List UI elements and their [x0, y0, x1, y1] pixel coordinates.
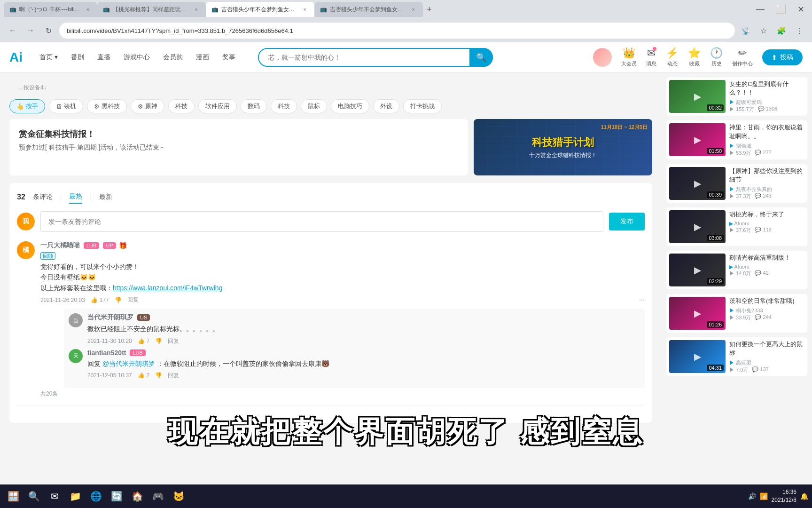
banner-image[interactable]: 11月18日 ~ 12月5日 科技猎手计划 十万赏金全球猎科技情报！ — [474, 119, 652, 175]
close-btn[interactable]: ✕ — [794, 4, 808, 15]
sidebar-video-6[interactable]: ▶ 01:26 茨和空的日常(非常甜哦) ▶ 桐小兔2333 ▶ 33.9万 💬… — [666, 294, 807, 333]
play-icon-3: ▶ — [694, 178, 701, 189]
reply-2-at[interactable]: @当代米开朗琪罗 — [102, 360, 155, 367]
main-content: ...按设备4↓ 👆 按手 🖥 装机 ⚙ 黑科技 ⚙ 原神 科技 — [0, 72, 662, 508]
reply-1-reply-btn[interactable]: 回复 — [168, 337, 179, 345]
tab-hot[interactable]: 最热 — [69, 190, 82, 204]
comment-submit-button[interactable]: 发布 — [609, 213, 645, 230]
tab-4-close[interactable]: × — [410, 6, 417, 13]
nav-home[interactable]: 首页 ▾ — [34, 50, 63, 64]
tab-2[interactable]: 📺 【桃光标推荐】同样差距玩光%... × — [97, 2, 206, 17]
reply-2-like[interactable]: 👍 2 — [138, 372, 150, 379]
browser-chrome: 📺 啊（'-')つロ 干杯~--bili... × 📺 【桃光标推荐】同样差距玩… — [0, 0, 812, 42]
nav-shop[interactable]: 会员购 — [157, 50, 188, 64]
upload-button[interactable]: ⬆ 投稿 — [762, 49, 803, 65]
tab-4[interactable]: 📺 吉否猎头少年不会梦到鱼女郎学... × — [314, 2, 423, 17]
nav-misc[interactable]: 奖事 — [217, 50, 241, 64]
sidebar-video-3[interactable]: ▶ 00:39 【原神】那些你没注意到的细节 ▶ 熬夜不秃头真面 ▶ 37.3万… — [666, 164, 807, 203]
tab-new[interactable]: 最新 — [99, 191, 112, 203]
vip-icon[interactable]: 👑 大会员 — [621, 47, 637, 67]
comment-1-dislike[interactable]: 👎 — [115, 297, 122, 303]
restore-btn[interactable]: ⬜ — [772, 4, 790, 15]
taskbar-clock[interactable]: 16:36 2021/12/8 — [772, 488, 796, 504]
history-icon[interactable]: 🕐 历史 — [710, 47, 723, 67]
reply-1-like[interactable]: 👍 7 — [138, 338, 150, 344]
tag-waishe[interactable]: 外设 — [373, 99, 399, 113]
tag-zhuangji[interactable]: 🖥 装机 — [49, 99, 83, 113]
comment-1-like[interactable]: 👍 177 — [91, 297, 109, 303]
tab-3-close[interactable]: × — [301, 6, 309, 13]
dynamic-icon[interactable]: ⚡ 动态 — [666, 47, 679, 67]
menu-icon[interactable]: ⋮ — [792, 24, 806, 38]
tag-shubiao[interactable]: 鼠标 — [301, 99, 327, 113]
comment-input[interactable] — [40, 211, 603, 232]
comment-1-reply[interactable]: 回复 — [127, 296, 139, 304]
nav-game[interactable]: 游戏中心 — [118, 50, 156, 64]
reply-2-text: 回复 @当代米开朗琪罗 ：在微软阻止的时候，一个叫盖茨的家伙偷偷拿回去康康🐻 — [87, 358, 329, 369]
new-tab-button[interactable]: + — [423, 3, 436, 16]
start-button[interactable]: 🪟 — [4, 487, 23, 506]
minimize-btn[interactable]: — — [752, 4, 768, 15]
reply-2-dislike[interactable]: 👎 — [155, 372, 162, 379]
tag-keji2[interactable]: 科技 — [271, 99, 297, 113]
taskbar-mail[interactable]: ✉ — [45, 487, 64, 506]
user-avatar[interactable] — [593, 48, 612, 67]
search-input[interactable] — [258, 48, 493, 67]
comment-1-link[interactable]: https://wwa.lanzoui.com/iF4wTwrwihg — [113, 284, 222, 292]
sidebar-video-1[interactable]: ▶ 00:32 女生的C盘里到底有什么？！！ ▶ 超级可爱鸡 ▶ 155.7万 … — [666, 77, 807, 116]
sidebar-video-5[interactable]: ▶ 02:29 刻晴光标高清重制版！ ▶ Afuoru ▶ 14.8万 💬 42 — [666, 251, 807, 289]
forward-button[interactable]: → — [23, 24, 38, 38]
tab-1[interactable]: 📺 啊（'-')つロ 干杯~--bili... × — [4, 2, 97, 17]
tab-2-close[interactable]: × — [193, 6, 200, 13]
comment-1-more[interactable]: ⋯ — [639, 297, 645, 303]
taskbar-app3[interactable]: 🐱 — [169, 487, 188, 506]
message-icon[interactable]: ✉ 消息 — [646, 47, 656, 67]
system-icon-2[interactable]: 📶 — [760, 492, 768, 500]
sidebar-video-4[interactable]: ▶ 03:08 胡桃光标，终于来了 ▶ Afuoru ▶ 37.6万 💬 119 — [666, 207, 807, 246]
search-button[interactable]: 🔍 — [469, 48, 493, 67]
favorites-icon[interactable]: ⭐ 收藏 — [688, 47, 701, 67]
address-input[interactable] — [59, 23, 735, 39]
sidebar-title-5: 刻晴光标高清重制版！ — [729, 254, 804, 262]
nav-live[interactable]: 直播 — [92, 50, 116, 64]
sidebar-info-5: 刻晴光标高清重制版！ ▶ Afuoru ▶ 14.8万 💬 42 — [729, 254, 804, 286]
tag-heikj[interactable]: ⚙ 黑科技 — [87, 99, 127, 113]
back-button[interactable]: ← — [6, 24, 20, 38]
notification-center-icon[interactable]: 🔔 — [800, 492, 808, 500]
bookmark-icon[interactable]: ☆ — [757, 24, 771, 38]
tab-1-close[interactable]: × — [84, 6, 92, 13]
tag-shuma[interactable]: 数码 — [241, 99, 267, 113]
sidebar-video-7[interactable]: ▶ 04:31 如何更换一个更高大上的鼠标 ▶ 高玩梁 ▶ 7.0万 💬 137 — [666, 337, 807, 376]
tab-3[interactable]: 📺 吉否猎头少年不会梦到鱼女郎学... × — [206, 2, 314, 17]
reply-2: 天 tiantian520tt LUB 回复 @当代米开朗琪罗 ：在微软阻止的时… — [69, 349, 640, 380]
reply-1-username[interactable]: 当代米开朗琪罗 — [87, 313, 133, 322]
taskbar-browser[interactable]: 🌐 — [86, 487, 105, 506]
tag-diannao[interactable]: 电脑技巧 — [331, 99, 369, 113]
system-icon-1[interactable]: 🔊 — [748, 492, 756, 500]
tag-daka[interactable]: 打卡挑战 — [403, 99, 442, 113]
sidebar-video-2[interactable]: ▶ 01:50 神里：甘雨，你的衣服说着耻啊哟。。 ▶ 别偷域 ▶ 53.9万 … — [666, 120, 807, 159]
cast-icon[interactable]: 📡 — [739, 24, 753, 38]
comment-1-username[interactable]: 一只大橘喵喵 — [40, 241, 80, 250]
nav-manga[interactable]: 漫画 — [190, 50, 215, 64]
taskbar-app1[interactable]: 🏠 — [128, 487, 147, 506]
reply-2-username[interactable]: tiantian520tt — [87, 349, 126, 357]
tag-yuanshen[interactable]: ⚙ 原神 — [131, 99, 164, 113]
taskbar-app2[interactable]: 🎮 — [148, 487, 167, 506]
tag-shoupa[interactable]: 👆 按手 — [9, 99, 45, 113]
extensions-icon[interactable]: 🧩 — [774, 24, 789, 38]
sidebar: ▶ 00:32 女生的C盘里到底有什么？！！ ▶ 超级可爱鸡 ▶ 155.7万 … — [662, 72, 812, 508]
comment-count: 32 — [17, 193, 25, 201]
sub-comments-total[interactable]: 共20条 — [40, 390, 645, 398]
reply-2-reply-btn[interactable]: 回复 — [168, 372, 179, 380]
reload-button[interactable]: ↻ — [41, 24, 55, 38]
nav-anime[interactable]: 番剧 — [65, 50, 90, 64]
reply-1-dislike[interactable]: 👎 — [155, 338, 162, 344]
creator-center-icon[interactable]: ✏ 创作中心 — [732, 47, 753, 67]
tag-ruanjian[interactable]: 软件应用 — [198, 99, 237, 113]
taskbar-refresh[interactable]: 🔄 — [107, 487, 126, 506]
tag-keji1[interactable]: 科技 — [168, 99, 195, 113]
bilibili-logo[interactable]: Ai — [9, 50, 23, 65]
taskbar-explorer[interactable]: 📁 — [66, 487, 85, 506]
search-taskbar-button[interactable]: 🔍 — [24, 487, 43, 506]
